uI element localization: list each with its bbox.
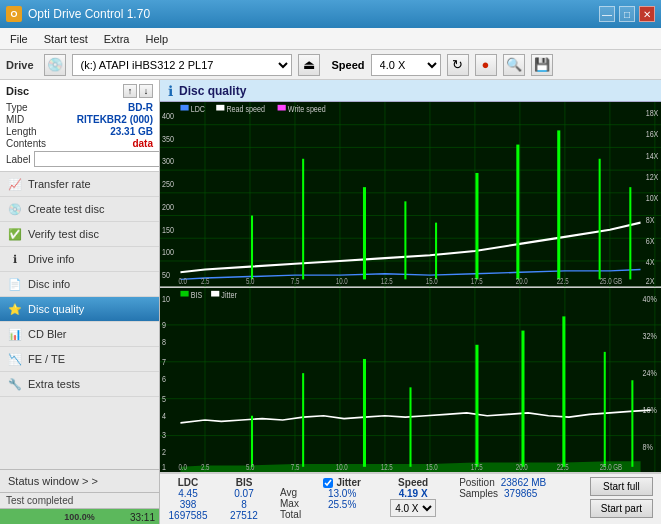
svg-text:Read speed: Read speed bbox=[226, 103, 265, 114]
start-part-button[interactable]: Start part bbox=[590, 499, 653, 518]
svg-text:25.0 GB: 25.0 GB bbox=[600, 276, 623, 286]
speed-select[interactable]: 4.0 X bbox=[371, 54, 441, 76]
disc-type-value: BD-R bbox=[128, 102, 153, 113]
ldc-column: LDC 4.45 398 1697585 bbox=[168, 477, 208, 521]
sidebar-item-disc-info[interactable]: 📄 Disc info bbox=[0, 272, 159, 297]
disc-header: Disc ↑ ↓ bbox=[6, 84, 153, 98]
record-button[interactable]: ● bbox=[475, 54, 497, 76]
svg-text:250: 250 bbox=[162, 178, 174, 189]
menu-file[interactable]: File bbox=[4, 31, 34, 47]
sidebar-item-fe-te-label: FE / TE bbox=[28, 353, 65, 365]
position-value: 23862 MB bbox=[501, 477, 547, 488]
svg-text:8%: 8% bbox=[643, 440, 654, 451]
save-button[interactable]: 💾 bbox=[531, 54, 553, 76]
disc-info-icon: 📄 bbox=[8, 277, 22, 291]
drive-icon-btn[interactable]: 💿 bbox=[44, 54, 66, 76]
sidebar-item-verify-test-disc[interactable]: ✅ Verify test disc bbox=[0, 222, 159, 247]
menu-help[interactable]: Help bbox=[139, 31, 174, 47]
svg-text:10.0: 10.0 bbox=[336, 461, 348, 471]
disc-down-btn[interactable]: ↓ bbox=[139, 84, 153, 98]
time-display: 33:11 bbox=[130, 511, 155, 522]
create-test-disc-icon: 💿 bbox=[8, 202, 22, 216]
svg-text:150: 150 bbox=[162, 223, 174, 234]
svg-text:10X: 10X bbox=[646, 192, 659, 203]
toolbar: Drive 💿 (k:) ATAPI iHBS312 2 PL17 ⏏ Spee… bbox=[0, 50, 661, 80]
menu-start-test[interactable]: Start test bbox=[38, 31, 94, 47]
bis-column: BIS 0.07 8 27512 bbox=[224, 477, 264, 521]
disc-panel: Disc ↑ ↓ Type BD-R MID RITEKBR2 (000) Le… bbox=[0, 80, 159, 172]
position-label: Position bbox=[459, 477, 495, 488]
sidebar-item-drive-info[interactable]: ℹ Drive info bbox=[0, 247, 159, 272]
top-chart-svg: 400 350 300 250 200 150 100 50 18X 16X 1… bbox=[160, 102, 661, 287]
svg-rect-50 bbox=[278, 105, 286, 111]
svg-rect-106 bbox=[211, 290, 219, 296]
svg-text:17.5: 17.5 bbox=[471, 461, 483, 471]
svg-text:24%: 24% bbox=[643, 366, 658, 377]
jitter-avg: 13.0% bbox=[328, 488, 356, 499]
disc-length-value: 23.31 GB bbox=[110, 126, 153, 137]
row-labels: Avg Max Total bbox=[280, 487, 301, 520]
disc-up-btn[interactable]: ↑ bbox=[123, 84, 137, 98]
sidebar-item-verify-test-disc-label: Verify test disc bbox=[28, 228, 99, 240]
menu-bar: File Start test Extra Help bbox=[0, 28, 661, 50]
sidebar-item-extra-tests[interactable]: 🔧 Extra tests bbox=[0, 372, 159, 397]
svg-text:12X: 12X bbox=[646, 171, 659, 182]
status-section: Status window > > Test completed 100.0% … bbox=[0, 469, 159, 524]
status-window-label: Status window > > bbox=[8, 475, 98, 487]
stats-bar: LDC 4.45 398 1697585 BIS 0.07 8 27512 bbox=[160, 473, 661, 524]
extra-tests-icon: 🔧 bbox=[8, 377, 22, 391]
eject-button[interactable]: ⏏ bbox=[298, 54, 320, 76]
svg-text:6X: 6X bbox=[646, 235, 655, 246]
svg-text:0.0: 0.0 bbox=[178, 461, 187, 471]
svg-text:20.0: 20.0 bbox=[516, 461, 528, 471]
scan-button[interactable]: 🔍 bbox=[503, 54, 525, 76]
start-full-button[interactable]: Start full bbox=[590, 477, 653, 496]
disc-mid-row: MID RITEKBR2 (000) bbox=[6, 114, 153, 125]
position-row: Position 23862 MB bbox=[459, 477, 546, 488]
svg-text:0.0: 0.0 bbox=[178, 276, 187, 286]
sidebar-item-create-test-disc[interactable]: 💿 Create test disc bbox=[0, 197, 159, 222]
close-button[interactable]: ✕ bbox=[639, 6, 655, 22]
sidebar-item-transfer-rate[interactable]: 📈 Transfer rate bbox=[0, 172, 159, 197]
svg-text:Jitter: Jitter bbox=[221, 288, 237, 299]
maximize-button[interactable]: □ bbox=[619, 6, 635, 22]
refresh-button[interactable]: ↻ bbox=[447, 54, 469, 76]
svg-text:16X: 16X bbox=[646, 128, 659, 139]
disc-label-row: Label ⚙ bbox=[6, 151, 153, 167]
svg-text:9: 9 bbox=[162, 318, 166, 329]
sidebar-item-fe-te[interactable]: 📉 FE / TE bbox=[0, 347, 159, 372]
ldc-total: 1697585 bbox=[169, 510, 208, 521]
drive-select[interactable]: (k:) ATAPI iHBS312 2 PL17 bbox=[72, 54, 292, 76]
ldc-max: 398 bbox=[180, 499, 197, 510]
sidebar-item-create-test-disc-label: Create test disc bbox=[28, 203, 104, 215]
disc-type-label: Type bbox=[6, 102, 28, 113]
sidebar-item-drive-info-label: Drive info bbox=[28, 253, 74, 265]
speed-stat-select[interactable]: 4.0 X bbox=[390, 499, 436, 517]
svg-text:8: 8 bbox=[162, 335, 166, 346]
disc-quality-icon: ⭐ bbox=[8, 302, 22, 316]
disc-contents-label: Contents bbox=[6, 138, 46, 149]
sidebar-item-disc-quality[interactable]: ⭐ Disc quality bbox=[0, 297, 159, 322]
chart-header: ℹ Disc quality bbox=[160, 80, 661, 102]
svg-text:20.0: 20.0 bbox=[516, 276, 528, 286]
title-controls: — □ ✕ bbox=[599, 6, 655, 22]
charts-container: 400 350 300 250 200 150 100 50 18X 16X 1… bbox=[160, 102, 661, 524]
position-column: Position 23862 MB Samples 379865 bbox=[459, 477, 546, 499]
minimize-button[interactable]: — bbox=[599, 6, 615, 22]
svg-text:5.0: 5.0 bbox=[246, 461, 255, 471]
disc-length-row: Length 23.31 GB bbox=[6, 126, 153, 137]
svg-text:7.5: 7.5 bbox=[291, 276, 300, 286]
jitter-checkbox[interactable] bbox=[323, 478, 333, 488]
disc-mid-label: MID bbox=[6, 114, 24, 125]
sidebar-item-disc-info-label: Disc info bbox=[28, 278, 70, 290]
disc-label-input[interactable] bbox=[34, 151, 160, 167]
sidebar-item-cd-bler[interactable]: 📊 CD Bler bbox=[0, 322, 159, 347]
menu-extra[interactable]: Extra bbox=[98, 31, 136, 47]
svg-text:7.5: 7.5 bbox=[291, 461, 300, 471]
svg-text:100: 100 bbox=[162, 246, 174, 257]
status-window-button[interactable]: Status window > > bbox=[0, 470, 159, 493]
svg-text:1: 1 bbox=[162, 460, 166, 471]
bottom-chart: 10 9 8 7 6 5 4 3 2 1 40% 32% 24% 16% 8% bbox=[160, 288, 661, 474]
svg-text:2: 2 bbox=[162, 446, 166, 457]
svg-text:18X: 18X bbox=[646, 107, 659, 118]
